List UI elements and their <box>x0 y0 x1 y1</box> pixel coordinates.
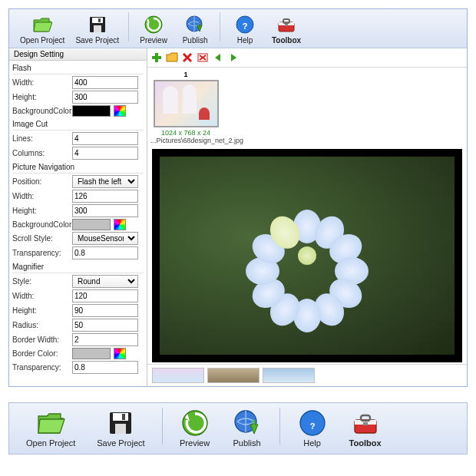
scroll-label: Scroll Style: <box>12 234 69 243</box>
next-button[interactable] <box>226 51 240 64</box>
flash-bgcolor-swatch[interactable] <box>72 105 111 117</box>
position-label: Position: <box>12 177 69 186</box>
mag-bw-input[interactable] <box>72 333 138 346</box>
picnav-width-label: Width: <box>12 192 69 200</box>
lines-input[interactable] <box>72 132 138 145</box>
flash-width-label: Width: <box>12 78 69 87</box>
svg-rect-13 <box>152 56 161 59</box>
preview-button[interactable]: Preview <box>170 408 220 449</box>
folder-open-icon <box>31 14 53 35</box>
flash-bgcolor-label: BackgroundColor: <box>12 107 69 115</box>
columns-label: Columns: <box>12 149 69 157</box>
svg-rect-1 <box>92 18 103 23</box>
svg-rect-10 <box>283 19 289 23</box>
toolbox-icon <box>276 14 297 35</box>
publish-button[interactable]: Publish <box>175 12 215 46</box>
strip-thumb[interactable] <box>152 368 204 383</box>
mag-bw-label: Border Width: <box>12 336 69 344</box>
mag-bc-swatch[interactable] <box>72 348 111 359</box>
help-icon: ? <box>234 14 256 35</box>
flash-height-input[interactable] <box>72 91 138 104</box>
main-toolbar: Open Project Save Project Preview Publis… <box>9 9 467 48</box>
section-imagecut: Image Cut <box>12 118 144 131</box>
svg-rect-11 <box>285 24 288 26</box>
color-picker-icon[interactable] <box>114 348 126 359</box>
svg-rect-16 <box>113 413 128 421</box>
tab-design-setting[interactable]: Design Setting <box>9 48 147 61</box>
publish-button[interactable]: Publish <box>223 408 272 449</box>
flash-width-input[interactable] <box>72 76 138 89</box>
strip-thumb[interactable] <box>263 368 315 383</box>
mag-radius-label: Radius: <box>12 321 69 329</box>
add-folder-button[interactable] <box>165 51 179 64</box>
floppy-disk-icon <box>87 14 108 35</box>
mag-radius-input[interactable] <box>72 319 138 332</box>
refresh-icon <box>143 14 164 35</box>
delete-button[interactable] <box>180 51 194 64</box>
svg-rect-26 <box>363 422 368 425</box>
globe-upload-icon <box>184 14 206 35</box>
toolbox-button[interactable]: Toolbox <box>340 408 391 449</box>
picnav-height-input[interactable] <box>72 204 138 217</box>
svg-text:?: ? <box>309 421 315 431</box>
toolbar-separator <box>279 408 280 445</box>
lines-label: Lines: <box>12 134 69 143</box>
mag-width-input[interactable] <box>72 289 138 302</box>
help-button[interactable]: ? Help <box>288 408 337 449</box>
open-project-button[interactable]: Open Project <box>17 408 84 449</box>
mag-style-select[interactable]: Round <box>72 275 138 288</box>
picnav-width-input[interactable] <box>72 190 138 203</box>
side-panel: Design Setting Flash Width: Height: Back… <box>9 48 147 386</box>
thumbnail-number: 1 <box>150 71 221 78</box>
columns-input[interactable] <box>72 147 138 160</box>
prev-button[interactable] <box>211 51 225 64</box>
open-project-button[interactable]: Open Project <box>15 12 69 46</box>
svg-text:?: ? <box>243 21 248 31</box>
mag-height-input[interactable] <box>72 304 138 317</box>
thumbnail-dimensions: 1024 x 768 x 24 <box>150 129 221 137</box>
preview-button[interactable]: Preview <box>134 12 174 46</box>
svg-rect-18 <box>122 414 125 420</box>
position-select[interactable]: Flash the left <box>72 175 138 188</box>
settings-panel: Flash Width: Height: BackgroundColor: Im… <box>9 61 147 377</box>
app-window: Open Project Save Project Preview Publis… <box>8 8 468 387</box>
save-project-button[interactable]: Save Project <box>71 12 124 46</box>
thumbnail-area: 1 1024 x 768 x 24 ...Pictures\68design_n… <box>147 68 467 147</box>
color-picker-icon[interactable] <box>114 105 126 117</box>
preview-image <box>238 187 376 325</box>
section-flash: Flash <box>12 62 144 74</box>
content-area: 1 1024 x 768 x 24 ...Pictures\68design_n… <box>147 48 467 386</box>
main-area: Design Setting Flash Width: Height: Back… <box>9 48 467 386</box>
mag-trans-input[interactable] <box>72 361 138 374</box>
svg-rect-17 <box>115 424 126 434</box>
mag-style-label: Style: <box>12 277 69 286</box>
picnav-bgcolor-swatch[interactable] <box>72 219 111 230</box>
svg-rect-3 <box>98 18 101 22</box>
picnav-trans-label: Transparency: <box>12 249 69 257</box>
clear-button[interactable] <box>196 51 210 64</box>
section-picnav: Picture Navigation <box>12 161 144 174</box>
thumbnail-path: ...Pictures\68design_net_2.jpg <box>150 137 221 144</box>
floppy-disk-icon <box>105 409 136 437</box>
thumbnail-strip <box>147 364 467 386</box>
save-project-button[interactable]: Save Project <box>88 408 154 449</box>
toolbox-button[interactable]: Toolbox <box>266 12 306 46</box>
picnav-trans-input[interactable] <box>72 246 138 259</box>
toolbar-separator <box>128 12 129 41</box>
scroll-select[interactable]: MouseSensor <box>72 232 138 245</box>
thumbnail-image <box>154 80 219 127</box>
help-icon: ? <box>297 409 328 437</box>
mag-height-label: Height: <box>12 306 69 315</box>
flash-height-label: Height: <box>12 93 69 101</box>
toolbox-icon <box>350 409 381 437</box>
folder-open-icon <box>35 409 66 437</box>
picnav-height-label: Height: <box>12 207 69 215</box>
mag-width-label: Width: <box>12 292 69 300</box>
add-image-button[interactable] <box>150 51 164 64</box>
preview-pane <box>152 149 462 362</box>
svg-rect-2 <box>94 25 101 32</box>
thumbnail-item[interactable]: 1 1024 x 768 x 24 ...Pictures\68design_n… <box>150 71 221 144</box>
help-button[interactable]: ? Help <box>225 12 265 46</box>
color-picker-icon[interactable] <box>114 219 126 230</box>
strip-thumb[interactable] <box>207 368 259 383</box>
